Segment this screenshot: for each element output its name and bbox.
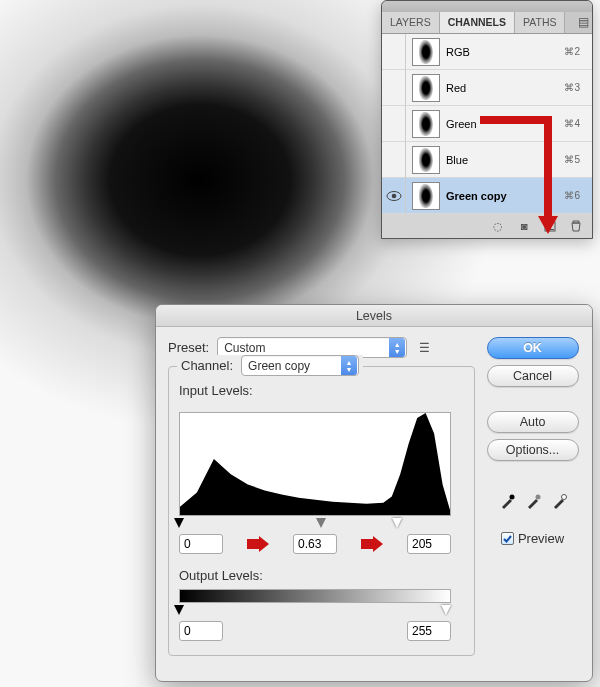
- svg-marker-6: [361, 536, 383, 552]
- channel-name: Red: [446, 82, 564, 94]
- select-arrows-icon: ▲▼: [389, 338, 405, 357]
- input-slider-track[interactable]: [179, 518, 451, 530]
- svg-point-8: [535, 495, 540, 500]
- select-arrows-icon: ▲▼: [341, 356, 357, 375]
- highlight-slider[interactable]: [392, 518, 402, 528]
- output-high-slider[interactable]: [441, 605, 451, 615]
- preview-row: Preview: [501, 531, 564, 546]
- svg-rect-3: [546, 229, 554, 230]
- tab-channels[interactable]: CHANNELS: [440, 12, 515, 33]
- preview-label: Preview: [518, 531, 564, 546]
- channel-thumbnail: [412, 146, 440, 174]
- output-low[interactable]: [179, 621, 223, 641]
- channel-thumbnail: [412, 74, 440, 102]
- channel-row-blue[interactable]: Blue⌘5: [382, 142, 592, 178]
- channel-name: Green copy: [446, 190, 564, 202]
- cancel-button[interactable]: Cancel: [487, 365, 579, 387]
- visibility-toggle[interactable]: [382, 178, 406, 214]
- delete-channel-icon[interactable]: [568, 218, 584, 234]
- input-level-values: [179, 534, 451, 554]
- channel-value: Green copy: [248, 359, 341, 373]
- output-level-values: [179, 621, 451, 641]
- visibility-toggle[interactable]: [382, 34, 406, 70]
- svg-point-9: [561, 495, 566, 500]
- output-slider-track[interactable]: [179, 605, 451, 617]
- channel-row-rgb[interactable]: RGB⌘2: [382, 34, 592, 70]
- new-channel-icon[interactable]: [542, 218, 558, 234]
- eyedropper-gray-icon[interactable]: [524, 491, 542, 511]
- svg-point-7: [509, 495, 514, 500]
- output-high[interactable]: [407, 621, 451, 641]
- channel-name: Blue: [446, 154, 564, 166]
- channel-row-green-copy[interactable]: Green copy⌘6: [382, 178, 592, 214]
- eyedroppers: [498, 491, 568, 511]
- input-midtone[interactable]: [293, 534, 337, 554]
- channel-row-green[interactable]: Green⌘4: [382, 106, 592, 142]
- channel-shortcut: ⌘5: [564, 154, 580, 165]
- shadow-slider[interactable]: [174, 518, 184, 528]
- channel-label: Channel:: [181, 358, 233, 373]
- visibility-toggle[interactable]: [382, 70, 406, 106]
- load-selection-icon[interactable]: ◌: [490, 218, 506, 234]
- eyedropper-white-icon[interactable]: [550, 491, 568, 511]
- tab-paths[interactable]: PATHS: [515, 12, 565, 33]
- levels-group: Channel: Green copy ▲▼ Input Levels:: [168, 366, 475, 656]
- input-shadow[interactable]: [179, 534, 223, 554]
- preset-value: Custom: [224, 341, 389, 355]
- tab-layers[interactable]: LAYERS: [382, 12, 440, 33]
- channel-shortcut: ⌘4: [564, 118, 580, 129]
- channel-shortcut: ⌘3: [564, 82, 580, 93]
- channel-select[interactable]: Green copy ▲▼: [241, 355, 359, 376]
- channels-panel: LAYERS CHANNELS PATHS ▤ RGB⌘2Red⌘3Green⌘…: [381, 0, 593, 239]
- channel-list: RGB⌘2Red⌘3Green⌘4Blue⌘5Green copy⌘6: [382, 34, 592, 214]
- annotation-arrow-icon: [247, 536, 269, 552]
- input-levels-label: Input Levels:: [179, 383, 464, 398]
- visibility-toggle[interactable]: [382, 142, 406, 178]
- panel-tabs: LAYERS CHANNELS PATHS ▤: [382, 12, 592, 34]
- input-highlight[interactable]: [407, 534, 451, 554]
- visibility-toggle[interactable]: [382, 106, 406, 142]
- preset-label: Preset:: [168, 340, 209, 355]
- channel-shortcut: ⌘6: [564, 190, 580, 201]
- dialog-right: OK Cancel Auto Options... Preview: [485, 337, 580, 656]
- preview-checkbox[interactable]: [501, 532, 514, 545]
- channel-thumbnail: [412, 110, 440, 138]
- preset-menu-icon[interactable]: ☰: [415, 341, 433, 355]
- channel-name: Green: [446, 118, 564, 130]
- annotation-arrow-icon: [361, 536, 383, 552]
- dialog-title[interactable]: Levels: [156, 305, 592, 327]
- svg-point-1: [391, 193, 396, 198]
- channel-thumbnail: [412, 38, 440, 66]
- midtone-slider[interactable]: [316, 518, 326, 528]
- auto-button[interactable]: Auto: [487, 411, 579, 433]
- ok-button[interactable]: OK: [487, 337, 579, 359]
- output-gradient: [179, 589, 451, 603]
- output-low-slider[interactable]: [174, 605, 184, 615]
- dialog-left: Preset: Custom ▲▼ ☰ Channel: Green copy …: [168, 337, 475, 656]
- channel-name: RGB: [446, 46, 564, 58]
- channel-shortcut: ⌘2: [564, 46, 580, 57]
- output-levels-label: Output Levels:: [179, 568, 464, 583]
- channel-row-red[interactable]: Red⌘3: [382, 70, 592, 106]
- svg-marker-5: [247, 536, 269, 552]
- panel-menu-icon[interactable]: ▤: [574, 12, 592, 33]
- channel-thumbnail: [412, 182, 440, 210]
- eyedropper-black-icon[interactable]: [498, 491, 516, 511]
- histogram: [179, 412, 451, 516]
- panel-footer: ◌ ◙: [382, 214, 592, 238]
- save-selection-icon[interactable]: ◙: [516, 218, 532, 234]
- levels-dialog: Levels Preset: Custom ▲▼ ☰ Channel: Gree…: [155, 304, 593, 682]
- panel-titlebar[interactable]: [382, 1, 592, 12]
- options-button[interactable]: Options...: [487, 439, 579, 461]
